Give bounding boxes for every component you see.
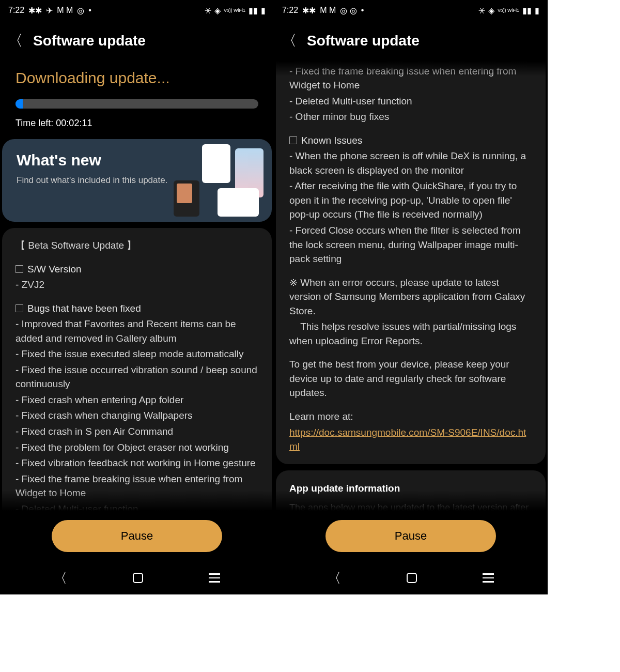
status-time: 7:22 xyxy=(8,6,24,15)
bug-item: - Fixed vibration feedback not working i… xyxy=(16,456,258,470)
bug-item: - Fixed the issue executed sleep mode au… xyxy=(16,347,258,361)
bug-item: - Other minor bug fixes xyxy=(289,110,532,124)
device-illustration xyxy=(174,144,267,217)
page-title: Software update xyxy=(33,33,146,49)
bottom-button-area: Pause xyxy=(274,511,548,561)
notes-heading: 【 Beta Software Update 】 xyxy=(16,238,258,253)
navigation-bar: 〈 xyxy=(274,561,548,594)
telegram-icon: ✈ xyxy=(46,6,53,16)
bug-item: - Fixed the frame breaking issue when en… xyxy=(16,472,258,500)
bluetooth-icon: ⚹ xyxy=(478,6,485,15)
app-update-info-title: App update information xyxy=(289,483,532,494)
signal-icon: ▮▮ xyxy=(522,6,532,16)
page-title: Software update xyxy=(307,33,420,49)
page-header: 〈 Software update xyxy=(274,21,548,61)
wifi-icon: ◈ xyxy=(488,6,494,16)
navigation-bar: 〈 xyxy=(0,561,274,594)
download-time-left: Time left: 00:02:11 xyxy=(16,118,258,129)
bluetooth-icon: ⚹ xyxy=(205,6,211,15)
checkbox-icon xyxy=(289,136,297,144)
signal-icon: ▮▮ xyxy=(249,6,258,16)
download-section: Downloading update... Time left: 00:02:1… xyxy=(0,61,274,133)
wifi-icon: ◈ xyxy=(214,6,221,16)
known-issue-item: - After receiving the file with QuickSha… xyxy=(289,179,532,222)
bug-item: - Deleted Multi-user function xyxy=(289,94,532,109)
bug-item: - Fixed the frame breaking issue when en… xyxy=(289,64,532,93)
mail-icon: M M xyxy=(57,6,73,15)
more-icon: • xyxy=(361,6,364,15)
status-bar: 7:22 ✱✱ M M ◎ ◎ • ⚹ ◈ Vo)) WiFi1 ▮▮ ▮ xyxy=(274,0,548,21)
sw-version-value: - ZVJ2 xyxy=(16,278,258,292)
pause-button[interactable]: Pause xyxy=(52,520,222,552)
page-header: 〈 Software update xyxy=(0,21,274,61)
nav-back-button[interactable]: 〈 xyxy=(54,569,67,587)
download-status-title: Downloading update... xyxy=(16,69,258,87)
pause-button[interactable]: Pause xyxy=(326,520,496,552)
mail-icon: M M xyxy=(320,6,336,15)
volte-icon: Vo)) WiFi1 xyxy=(498,8,519,13)
scroll-area[interactable]: Downloading update... Time left: 00:02:1… xyxy=(0,61,274,511)
battery-icon: ▮ xyxy=(535,6,539,16)
slack-icon: ✱✱ xyxy=(28,6,42,16)
status-bar: 7:22 ✱✱ ✈ M M ◎ • ⚹ ◈ Vo)) WiFi1 ▮▮ ▮ xyxy=(0,0,274,21)
bugs-fixed-label: Bugs that have been fixed xyxy=(27,301,141,316)
bug-item: - Fixed the issue occurred vibration sou… xyxy=(16,363,258,391)
nav-recents-button[interactable] xyxy=(209,573,220,583)
release-notes-card: - Fixed vibration feedback not working i… xyxy=(276,61,546,464)
learn-more-link[interactable]: https://doc.samsungmobile.com/SM-S906E/I… xyxy=(289,427,526,452)
bug-item: - Fixed crash when entering App folder xyxy=(16,393,258,407)
more-icon: • xyxy=(88,6,91,15)
volte-icon: Vo)) WiFi1 xyxy=(224,8,245,13)
sw-version-label: S/W Version xyxy=(27,262,82,277)
checkbox-icon xyxy=(16,265,23,273)
bug-item: - Deleted Multi-user function xyxy=(16,502,258,511)
notes-footer: This helps resolve issues with partial/m… xyxy=(289,319,532,348)
bug-item: - Fixed vibration feedback not working i… xyxy=(289,61,532,63)
instagram-icon: ◎ ◎ xyxy=(340,6,357,16)
bug-item: - Fixed crash in S pen Air Command xyxy=(16,424,258,439)
nav-back-button[interactable]: 〈 xyxy=(328,569,341,587)
bug-item: - Fixed the problem for Object eraser no… xyxy=(16,440,258,455)
notes-footer: To get the best from your device, please… xyxy=(289,357,532,400)
known-issues-label: Known Issues xyxy=(301,133,362,148)
bug-item: - Improved that Favorites and Recent ite… xyxy=(16,317,258,345)
download-progress-fill xyxy=(16,99,23,109)
learn-more-label: Learn more at: xyxy=(289,409,532,424)
nav-home-button[interactable] xyxy=(133,573,143,583)
battery-icon: ▮ xyxy=(261,6,266,16)
download-progress-bar xyxy=(16,99,258,109)
known-issue-item: - When the phone screen is off while DeX… xyxy=(289,149,532,177)
slack-icon: ✱✱ xyxy=(302,6,316,16)
checkbox-icon xyxy=(16,304,23,312)
bug-item: - Fixed crash when changing Wallpapers xyxy=(16,408,258,423)
instagram-icon: ◎ xyxy=(77,6,84,16)
release-notes-card: 【 Beta Software Update 】 S/W Version - Z… xyxy=(2,228,272,511)
phone-screenshot-right: 7:22 ✱✱ M M ◎ ◎ • ⚹ ◈ Vo)) WiFi1 ▮▮ ▮ 〈 … xyxy=(274,0,548,594)
whats-new-card[interactable]: What's new Find out what's included in t… xyxy=(2,139,272,222)
app-update-info-card: App update information The apps below ma… xyxy=(276,470,546,511)
bottom-button-area: Pause xyxy=(0,511,274,561)
notes-footer: ※ When an error occurs, please update to… xyxy=(289,276,532,318)
back-button[interactable]: 〈 xyxy=(8,31,23,51)
nav-home-button[interactable] xyxy=(407,573,417,583)
app-update-info-desc: The apps below may be updated to the lat… xyxy=(289,501,532,511)
status-time: 7:22 xyxy=(282,6,298,15)
nav-recents-button[interactable] xyxy=(483,573,494,583)
known-issue-item: - Forced Close occurs when the filter is… xyxy=(289,223,532,266)
back-button[interactable]: 〈 xyxy=(282,31,297,51)
phone-screenshot-left: 7:22 ✱✱ ✈ M M ◎ • ⚹ ◈ Vo)) WiFi1 ▮▮ ▮ 〈 … xyxy=(0,0,274,594)
scroll-area[interactable]: - Fixed vibration feedback not working i… xyxy=(274,61,548,511)
